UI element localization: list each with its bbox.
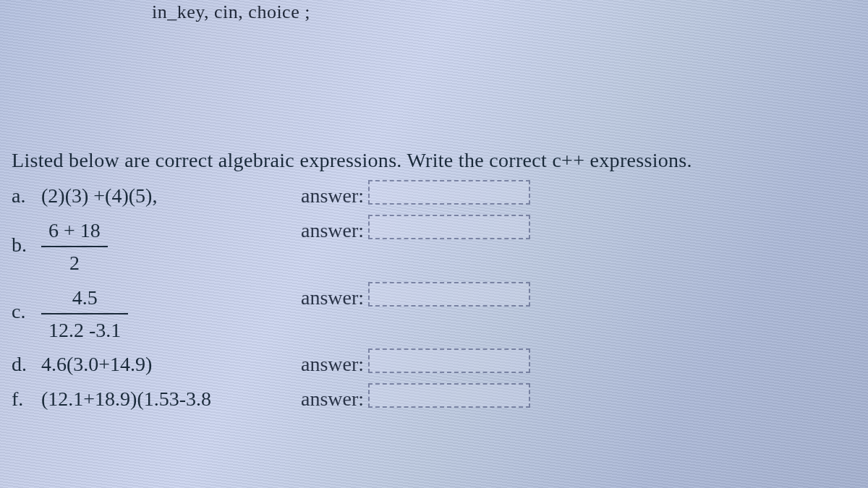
answer-label: answer: (301, 180, 364, 211)
instruction-text: Listed below are correct algebraic expre… (12, 145, 868, 176)
answer-box-a[interactable] (368, 180, 530, 205)
answer-box-d[interactable] (368, 348, 530, 373)
item-label: d. (12, 348, 36, 380)
worksheet-content: Listed below are correct algebraic expre… (0, 0, 868, 414)
item-label: a. (12, 180, 36, 211)
answer-box-c[interactable] (368, 282, 530, 307)
fraction-denominator: 12.2 -3.1 (41, 314, 128, 346)
item-label: b. (12, 229, 36, 260)
fraction-c: 4.5 12.2 -3.1 (41, 282, 128, 346)
fraction-b: 6 + 18 2 (41, 215, 108, 279)
item-b: b. 6 + 18 2 answer: (12, 215, 868, 279)
item-c: c. 4.5 12.2 -3.1 answer: (12, 282, 868, 346)
item-expression: (2)(3) +(4)(5), (41, 184, 157, 207)
answer-box-f[interactable] (368, 383, 530, 408)
item-d: d. 4.6(3.0+14.9) answer: (12, 348, 868, 380)
fraction-numerator: 6 + 18 (41, 215, 108, 247)
fraction-numerator: 4.5 (41, 282, 128, 314)
num-text: 4.5 (72, 286, 98, 309)
answer-label: answer: (301, 383, 364, 414)
item-expression: (12.1+18.9)(1.53-3.8 (41, 388, 211, 410)
answer-label: answer: (301, 215, 364, 246)
answer-label: answer: (301, 282, 364, 313)
item-label: f. (12, 383, 36, 414)
item-f: f. (12.1+18.9)(1.53-3.8 answer: (12, 383, 868, 414)
item-label: c. (12, 296, 36, 327)
item-expression: 4.6(3.0+14.9) (41, 353, 152, 375)
fraction-denominator: 2 (41, 247, 108, 278)
item-a: a. (2)(3) +(4)(5), answer: (12, 180, 868, 211)
answer-box-b[interactable] (368, 215, 530, 239)
answer-label: answer: (301, 348, 364, 380)
